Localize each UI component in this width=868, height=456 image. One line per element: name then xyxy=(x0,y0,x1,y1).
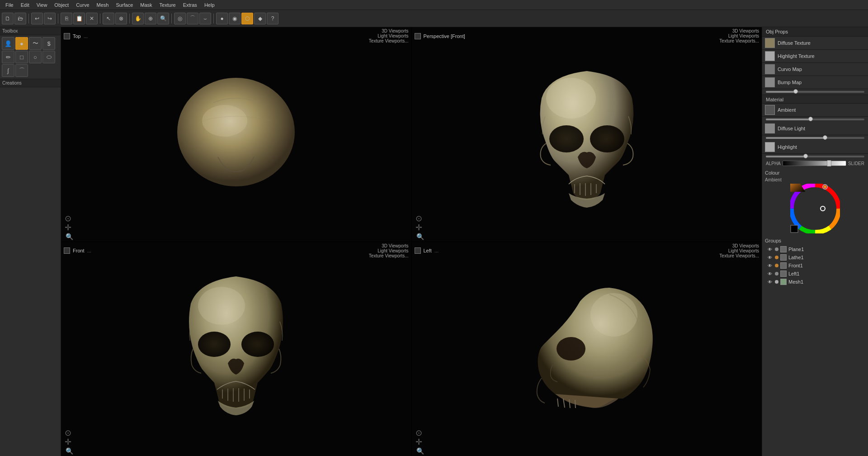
toolbar-paste-btn[interactable]: 📋 xyxy=(73,13,85,24)
viewport-perspective[interactable]: Perspective [Front] 3D Viewports Light V… xyxy=(412,27,762,242)
toolbar-curve2-btn[interactable]: ⌣ xyxy=(199,13,211,24)
viewport-persp-zoom[interactable]: 🔍 xyxy=(416,233,424,240)
material-ambient-row[interactable]: Ambient xyxy=(762,104,868,117)
material-highlight-row[interactable]: Highlight xyxy=(762,141,868,154)
group-row-left1[interactable]: 👁 Left1 xyxy=(765,270,865,278)
viewport-top-3d[interactable]: 3D Viewports xyxy=(382,28,408,33)
toolbar-pan-btn[interactable]: ✋ xyxy=(132,13,144,24)
viewport-persp-light[interactable]: Light Viewports xyxy=(728,33,759,38)
texture-slot-bump[interactable]: Bump Map xyxy=(762,76,868,89)
viewport-front-move[interactable]: ✛ xyxy=(65,437,71,447)
menu-mask[interactable]: Mask xyxy=(137,1,156,9)
toolbar-redo-btn[interactable]: ↪ xyxy=(44,13,56,24)
viewport-front-light[interactable]: Light Viewports xyxy=(377,248,408,253)
viewport-top[interactable]: Top ... 3D Viewports Light Viewports Tex… xyxy=(61,27,411,242)
texture-slot-highlight[interactable]: Highlight Texture xyxy=(762,50,868,63)
viewport-persp-box[interactable] xyxy=(415,33,421,39)
viewport-left-move[interactable]: ✛ xyxy=(415,437,422,447)
viewport-front-texture[interactable]: Texture Viewports... xyxy=(369,253,409,258)
viewport-front-3d[interactable]: 3D Viewports xyxy=(382,243,408,248)
menu-texture[interactable]: Texture xyxy=(156,1,179,9)
viewport-left-zoom[interactable]: 🔍 xyxy=(416,447,424,455)
tool-curve[interactable]: 〜 xyxy=(29,37,42,50)
menu-curve[interactable]: Curve xyxy=(72,1,93,9)
group-row-lathe1[interactable]: 👁 Lathe1 xyxy=(765,253,865,261)
viewport-persp-move[interactable]: ✛ xyxy=(415,223,422,233)
color-wheel-container[interactable] xyxy=(790,184,840,233)
menu-mesh[interactable]: Mesh xyxy=(93,1,113,9)
tool-sphere[interactable]: ● xyxy=(15,37,28,50)
tool-shape[interactable]: ⌒ xyxy=(15,64,28,77)
viewport-top-light[interactable]: Light Viewports xyxy=(377,33,408,38)
svg-point-30 xyxy=(824,185,826,188)
toolbar-help-btn[interactable]: ? xyxy=(267,13,278,24)
viewport-top-texture[interactable]: Texture Viewports... xyxy=(369,38,409,43)
viewport-top-rotate[interactable]: ⊙ xyxy=(65,214,71,223)
toolbar-deselect-btn[interactable]: ⊗ xyxy=(115,13,127,24)
skull-persp-svg xyxy=(505,53,668,216)
menu-file[interactable]: File xyxy=(2,1,17,9)
toolbar-sculpt-btn[interactable]: ◎ xyxy=(174,13,186,24)
group-row-mesh1[interactable]: 👁 Mesh1 xyxy=(765,278,865,286)
viewport-left-3d[interactable]: 3D Viewports xyxy=(732,243,759,248)
viewport-persp-texture[interactable]: Texture Viewports... xyxy=(719,38,759,43)
toolbar-select-btn[interactable]: ↖ xyxy=(103,13,114,24)
viewport-top-box[interactable] xyxy=(64,33,70,39)
menu-view[interactable]: View xyxy=(33,1,51,9)
tool-circle[interactable]: ○ xyxy=(29,51,42,63)
viewport-front[interactable]: Front ... 3D Viewports Light Viewports T… xyxy=(61,242,411,456)
main-area: Toolbox 👤 ● 〜 $ ✏ □ ○ ⬭ ∫ ⌒ Creations To… xyxy=(0,27,868,456)
tool-box[interactable]: □ xyxy=(15,51,28,63)
texture-slot-curvo[interactable]: Curvo Map xyxy=(762,63,868,76)
viewport-persp-rotate[interactable]: ⊙ xyxy=(415,214,422,223)
diffuse-slider[interactable] xyxy=(766,137,864,139)
viewport-left-light[interactable]: Light Viewports xyxy=(728,248,759,253)
diffuse-texture-swatch xyxy=(765,38,775,48)
highlight-slider[interactable] xyxy=(766,156,864,157)
toolbar-open-btn[interactable]: 🗁 xyxy=(14,13,26,24)
viewport-top-zoom[interactable]: 🔍 xyxy=(66,233,73,240)
alpha-slider[interactable] xyxy=(783,161,846,166)
material-diffuse-row[interactable]: Diffuse Light xyxy=(762,122,868,135)
toolbar-sphere2-btn[interactable]: ◉ xyxy=(229,13,241,24)
ambient-slider[interactable] xyxy=(766,119,864,120)
toolbar-diamond-btn[interactable]: ◆ xyxy=(254,13,266,24)
group-eye-front1[interactable]: 👁 xyxy=(767,262,773,269)
toolbar-wirebox-btn[interactable]: ⬡ xyxy=(241,13,253,24)
menu-surface[interactable]: Surface xyxy=(112,1,137,9)
group-eye-plane1[interactable]: 👁 xyxy=(767,246,773,252)
menu-edit[interactable]: Edit xyxy=(17,1,33,9)
viewport-front-zoom[interactable]: 🔍 xyxy=(66,447,73,455)
texture-slot-diffuse[interactable]: Diffuse Texture xyxy=(762,37,868,50)
toolbar-sphere-btn[interactable]: ● xyxy=(216,13,228,24)
viewport-front-box[interactable] xyxy=(64,247,70,254)
menu-help[interactable]: Help xyxy=(201,1,218,9)
toolbar-search-btn[interactable]: 🔍 xyxy=(157,13,169,24)
viewport-left-rotate[interactable]: ⊙ xyxy=(415,428,422,438)
toolbar-undo-btn[interactable]: ↩ xyxy=(31,13,43,24)
menu-object[interactable]: Object xyxy=(51,1,72,9)
viewport-front-rotate[interactable]: ⊙ xyxy=(65,428,71,438)
toolbar-zoom-btn[interactable]: ⊕ xyxy=(145,13,156,24)
texture-slider[interactable] xyxy=(766,91,864,93)
toolbar-copy-btn[interactable]: ⎘ xyxy=(61,13,72,24)
group-row-front1[interactable]: 👁 Front1 xyxy=(765,261,865,270)
tool-path[interactable]: ∫ xyxy=(2,64,14,77)
group-eye-mesh1[interactable]: 👁 xyxy=(767,279,773,285)
viewport-left-box[interactable] xyxy=(415,247,421,254)
toolbar-new-btn[interactable]: 🗋 xyxy=(2,13,14,24)
tool-ellipse[interactable]: ⬭ xyxy=(42,51,55,63)
viewport-left[interactable]: Left ... 3D Viewports Light Viewports Te… xyxy=(412,242,762,456)
tool-brush[interactable]: ✏ xyxy=(2,51,14,63)
viewport-left-texture[interactable]: Texture Viewports... xyxy=(719,253,759,258)
viewport-top-move[interactable]: ✛ xyxy=(65,223,71,233)
group-row-plane1[interactable]: 👁 Plane1 xyxy=(765,245,865,253)
toolbar-smooth-btn[interactable]: ⌒ xyxy=(187,13,198,24)
group-eye-lathe1[interactable]: 👁 xyxy=(767,254,773,261)
toolbar-delete-btn[interactable]: ✕ xyxy=(86,13,98,24)
menu-extras[interactable]: Extras xyxy=(179,1,201,9)
group-eye-left1[interactable]: 👁 xyxy=(767,271,773,277)
tool-person[interactable]: 👤 xyxy=(2,37,14,50)
viewport-persp-3d[interactable]: 3D Viewports xyxy=(732,28,759,33)
tool-dollar[interactable]: $ xyxy=(42,37,55,50)
